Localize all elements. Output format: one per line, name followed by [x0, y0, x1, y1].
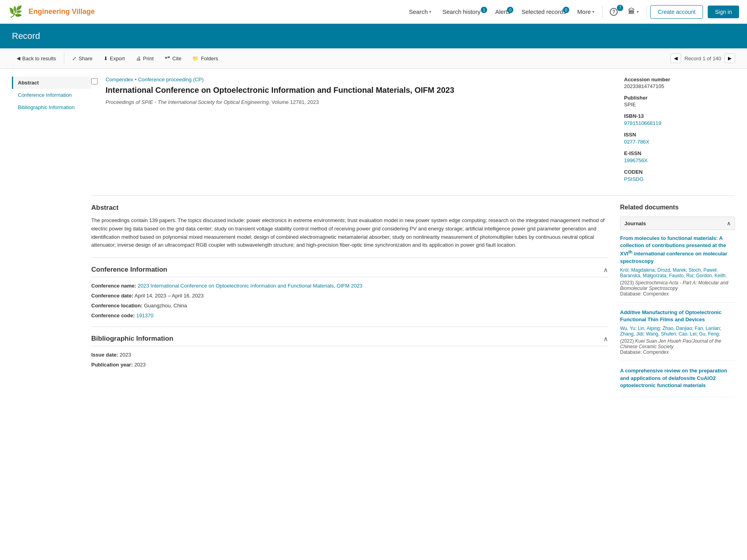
abstract-header: Abstract — [91, 204, 608, 212]
library-icon: 🏛 — [628, 8, 635, 16]
conf-location-label: Conference location: — [91, 303, 142, 309]
search-chevron-icon: ▾ — [429, 10, 431, 14]
nav-divider-2 — [647, 6, 647, 18]
eissn-field: E-ISSN 1996756X — [624, 150, 735, 163]
svg-text:🌿: 🌿 — [9, 5, 23, 18]
print-label: Print — [143, 56, 154, 61]
alerts-badge: 0 — [507, 7, 513, 13]
isbn-link[interactable]: 9781510668119 — [624, 120, 661, 126]
selected-records-badge: 0 — [563, 7, 569, 13]
content-grid: Abstract The proceedings contain 139 pap… — [91, 204, 735, 412]
nav-search-history[interactable]: Search history ▾ 1 — [438, 5, 489, 18]
nav-more-label: More — [577, 8, 591, 15]
record-area: Compendex • Conference proceeding (CP) I… — [91, 77, 735, 412]
share-icon: ⤢ — [72, 56, 77, 61]
coden-link[interactable]: PSISDG — [624, 176, 643, 182]
share-label: Share — [79, 56, 92, 61]
nav-search[interactable]: Search ▾ — [404, 5, 436, 18]
conference-title: Conference Information — [91, 266, 167, 274]
cite-button[interactable]: ❝❞ Cite — [160, 53, 186, 64]
related-doc-2-database: Database: Compendex — [620, 349, 735, 355]
related-doc-2-title[interactable]: Additive Manufacturing of Optoelectronic… — [620, 309, 735, 323]
eissn-label: E-ISSN — [624, 150, 735, 156]
related-doc-1-database: Database: Compendex — [620, 291, 735, 297]
back-to-results-label: Back to results — [22, 56, 56, 61]
journal-name-italic: Proceedings of SPIE - The International … — [106, 99, 270, 105]
related-doc-2: Additive Manufacturing of Optoelectronic… — [620, 309, 735, 361]
folders-icon: 📁 — [192, 56, 199, 61]
site-logo-text: Engineering Village — [29, 8, 95, 16]
related-journals-label: Journals — [624, 221, 646, 226]
issn-label: ISSN — [624, 132, 735, 138]
nav-divider-1 — [602, 6, 603, 18]
bibliographic-collapse-icon[interactable]: ∧ — [603, 335, 608, 343]
share-button[interactable]: ⤢ Share — [67, 53, 97, 64]
conf-code-field: Conference code: 191370 — [91, 313, 608, 318]
search-history-badge: 1 — [481, 7, 487, 13]
related-documents-sidebar: Related documents Journals ∧ From molecu… — [620, 204, 735, 404]
folders-label: Folders — [201, 56, 218, 61]
publisher-field: Publisher SPIE — [624, 95, 735, 107]
accession-value: 20233814747105 — [624, 83, 735, 89]
sidenav-abstract[interactable]: Abstract — [12, 77, 91, 89]
abstract-text: The proceedings contain 139 papers. The … — [91, 217, 608, 249]
back-to-results-button[interactable]: ◀ Back to results — [12, 53, 61, 64]
bib-issue-date-value: 2023 — [120, 352, 131, 358]
nav-selected-records[interactable]: Selected records 0 — [517, 5, 571, 18]
publisher-label: Publisher — [624, 95, 735, 101]
record-checkbox[interactable] — [91, 78, 98, 84]
prev-record-button[interactable]: ◀ — [670, 54, 681, 63]
divider-2 — [91, 257, 608, 258]
related-doc-1-title[interactable]: From molecules to functional materials: … — [620, 235, 735, 265]
conference-collapse-icon[interactable]: ∧ — [603, 266, 608, 274]
conf-code-link[interactable]: 191370 — [136, 313, 153, 318]
related-doc-1-meta: (2023) Spectrochimica Acta - Part A: Mol… — [620, 280, 735, 291]
logo-area: 🌿 Engineering Village — [8, 4, 95, 20]
top-navigation: 🌿 Engineering Village Search ▾ Search hi… — [0, 0, 747, 24]
eissn-link[interactable]: 1996756X — [624, 157, 647, 163]
toolbar-divider-1 — [64, 52, 64, 64]
print-button[interactable]: 🖨 Print — [131, 53, 159, 64]
conf-location-field: Conference location: Guangzhou, China — [91, 303, 608, 309]
nav-items: Search ▾ Search history ▾ 1 Alerts 0 Sel… — [404, 4, 739, 19]
back-arrow-icon: ◀ — [17, 56, 20, 61]
create-account-button[interactable]: Create account — [650, 5, 703, 19]
sign-in-button[interactable]: Sign in — [708, 6, 739, 18]
related-doc-1-year: (2023) — [620, 280, 634, 286]
related-doc-2-meta: (2022) Kuei Suan Jen Hsueh Pao/Journal o… — [620, 338, 735, 349]
sidenav-conference-info[interactable]: Conference Information — [12, 89, 91, 101]
bib-pub-year-label: Publication year: — [91, 362, 133, 368]
nav-search-history-label: Search history — [442, 8, 480, 15]
page-header: Record — [0, 24, 747, 48]
record-title: International Conference on Optoelectron… — [106, 85, 616, 95]
related-doc-3-title[interactable]: A comprehensive review on the preparatio… — [620, 367, 735, 389]
related-journals-subsection[interactable]: Journals ∧ — [620, 217, 735, 230]
export-label: Export — [110, 56, 125, 61]
next-record-button[interactable]: ▶ — [724, 54, 735, 63]
conference-header: Conference Information ∧ — [91, 266, 608, 277]
divider-1 — [91, 196, 735, 196]
record-toolbar: ◀ Back to results ⤢ Share ⬇ Export 🖨 Pri… — [0, 48, 747, 69]
related-doc-3: A comprehensive review on the preparatio… — [620, 367, 735, 397]
bibliographic-section: Bibliographic Information ∧ Issue date: … — [91, 335, 608, 368]
coden-field: CODEN PSISDG — [624, 169, 735, 182]
toolbar-right: ◀ Record 1 of 140 ▶ — [670, 54, 735, 63]
nav-alerts[interactable]: Alerts 0 — [490, 5, 515, 18]
accession-number-field: Accession number 20233814747105 — [624, 77, 735, 89]
related-section: Related documents Journals ∧ From molecu… — [620, 204, 735, 397]
export-button[interactable]: ⬇ Export — [99, 53, 130, 64]
conf-date-field: Conference date: April 14, 2023 – April … — [91, 293, 608, 299]
nav-more[interactable]: More ▾ — [572, 5, 599, 18]
help-circle-icon: ? — [610, 8, 618, 16]
nav-library[interactable]: 🏛 ▾ — [623, 4, 643, 19]
conference-section: Conference Information ∧ Conference name… — [91, 266, 608, 318]
related-doc-2-authors: Wu, Yu; Lin, Aiping; Zhao, Danjiao; Fan,… — [620, 326, 735, 337]
record-subtype: Conference proceeding (CP) — [138, 77, 204, 82]
isbn-label: ISBN-13 — [624, 113, 735, 119]
cite-icon: ❝❞ — [165, 56, 170, 61]
sidenav-bibliographic-info[interactable]: Bibliographic Information — [12, 101, 91, 113]
record-nav-label: Record 1 of 140 — [684, 56, 721, 61]
nav-help[interactable]: ? 7 — [606, 6, 622, 18]
issn-link[interactable]: 0277-786X — [624, 139, 649, 145]
folders-button[interactable]: 📁 Folders — [188, 53, 223, 64]
